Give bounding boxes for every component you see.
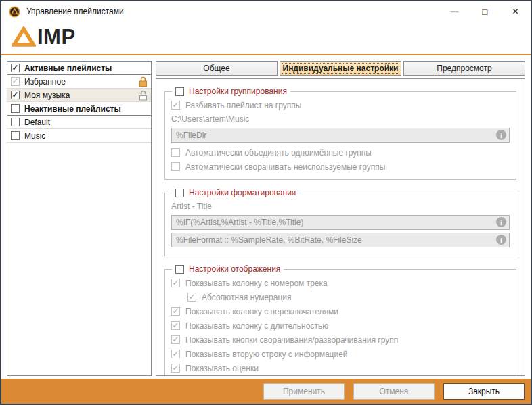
playlist-checkbox[interactable]: [11, 118, 20, 126]
group-checkbox[interactable]: [175, 265, 184, 274]
playlist-label: Моя музыка: [24, 91, 70, 100]
info-icon[interactable]: i: [496, 217, 506, 227]
main-area: ОбщееИндивидуальные настройкиПредпросмот…: [156, 61, 525, 376]
option-checkbox[interactable]: [171, 307, 180, 316]
apply-button[interactable]: Применить: [263, 383, 345, 400]
playlist-checkbox[interactable]: [11, 131, 20, 140]
playlist-checkbox[interactable]: [11, 91, 20, 99]
close-window-button[interactable]: ✕: [500, 1, 531, 22]
footer-bar: Применить Отмена Закрыть: [1, 379, 531, 404]
option-row: Автоматически сворачивать неиспользуемые…: [171, 160, 510, 174]
playlist-checkbox[interactable]: [11, 77, 20, 86]
group-box: Настройки форматированияArtist - Title%I…: [164, 188, 516, 256]
option-checkbox[interactable]: [171, 350, 180, 358]
playlist-label: Music: [24, 131, 45, 141]
playlist-checkbox[interactable]: [11, 64, 20, 72]
aimp-logo-text: IMP: [37, 25, 76, 49]
playlist-row[interactable]: Моя музыка: [7, 89, 151, 102]
playlist-label: Неактивные плейлисты: [24, 104, 121, 114]
option-checkbox[interactable]: [171, 162, 180, 171]
option-label: Показывать колонку с длительностью: [185, 321, 328, 331]
template-input[interactable]: %IF(%Artist,%Artist - %Title,%Title)i: [171, 215, 510, 230]
close-button[interactable]: Закрыть: [443, 383, 525, 400]
template-input-value: %FileFormat :: %SampleRate, %BitRate, %F…: [176, 235, 362, 245]
playlist-row[interactable]: Default: [7, 116, 151, 129]
option-checkbox[interactable]: [171, 148, 180, 157]
settings-panel: Настройки группированияРазбивать плейлис…: [156, 78, 525, 376]
option-row: Показывать оценки: [171, 361, 510, 375]
cancel-button[interactable]: Отмена: [353, 383, 435, 400]
option-checkbox[interactable]: [171, 321, 180, 330]
minimize-button[interactable]: —: [439, 1, 470, 22]
playlist-label: Активные плейлисты: [24, 64, 112, 73]
option-label: Автоматически объединять одноимённые гру…: [185, 148, 372, 158]
playlist-row[interactable]: Music: [7, 129, 151, 143]
option-label: Показывать колонку с номером трека: [185, 279, 328, 288]
window-title: Управление плейлистами: [26, 7, 439, 16]
group-box: Настройки отображенияПоказывать колонку …: [164, 264, 516, 376]
tab-bar: ОбщееИндивидуальные настройкиПредпросмот…: [156, 61, 525, 76]
option-label: Показывать вторую строку с информацией: [185, 350, 348, 359]
group-title: Настройки отображения: [189, 264, 280, 274]
playlist-row[interactable]: Избранное: [7, 75, 151, 89]
option-row: Разбивать плейлист на группы: [171, 98, 510, 112]
playlist-row[interactable]: Неактивные плейлисты: [7, 102, 151, 116]
option-label: Показывать кнопки сворачивания/разворачи…: [185, 335, 398, 345]
lock-open-icon: [139, 90, 148, 101]
group-title: Настройки форматирования: [189, 188, 296, 197]
playlist-checkbox[interactable]: [11, 104, 20, 113]
playlist-label: Default: [24, 118, 50, 127]
aimp-app-icon: [9, 6, 20, 18]
option-row: Показывать колонку с номером трека: [171, 276, 510, 290]
option-label: Автоматически сворачивать неиспользуемые…: [185, 162, 385, 172]
option-row: Абсолютная нумерация: [187, 290, 510, 304]
option-checkbox[interactable]: [187, 293, 196, 302]
aimp-triangle-icon: [12, 26, 36, 50]
group-legend: Настройки отображения: [172, 264, 284, 274]
group-title: Настройки группирования: [189, 87, 287, 96]
playlist-list: Активные плейлистыИзбранноеМоя музыкаНеа…: [7, 61, 152, 376]
template-input-value: %FileDir: [176, 130, 206, 140]
template-input[interactable]: %FileFormat :: %SampleRate, %BitRate, %F…: [171, 233, 510, 247]
dialog-content: Активные плейлистыИзбранноеМоя музыкаНеа…: [1, 55, 531, 379]
option-label: Абсолютная нумерация: [202, 293, 292, 302]
option-label: Показывать оценки: [185, 364, 259, 373]
playlist-manager-window: Управление плейлистами — □ ✕ IMP Активны…: [0, 0, 532, 405]
option-checkbox[interactable]: [171, 279, 180, 287]
info-icon[interactable]: i: [496, 235, 506, 245]
window-controls: — □ ✕: [439, 1, 531, 22]
maximize-button[interactable]: □: [470, 1, 500, 22]
template-input[interactable]: %FileDiri: [171, 128, 510, 143]
option-row: Автоматически объединять одноимённые гру…: [171, 145, 510, 160]
preview-text: Artist - Title: [171, 199, 510, 213]
lock-closed-icon: [139, 76, 148, 87]
tab-active[interactable]: Индивидуальные настройки: [280, 61, 401, 76]
option-row: Показывать колонку с длительностью: [171, 318, 510, 333]
group-legend: Настройки группирования: [172, 87, 290, 96]
template-input-value: %IF(%Artist,%Artist - %Title,%Title): [176, 218, 303, 227]
info-icon[interactable]: i: [496, 130, 506, 140]
option-row: Показывать вторую строку с информацией: [171, 347, 510, 361]
group-checkbox[interactable]: [175, 87, 184, 96]
group-box: Настройки группированияРазбивать плейлис…: [164, 87, 516, 180]
option-checkbox[interactable]: [171, 101, 180, 110]
option-checkbox[interactable]: [171, 335, 180, 344]
tab-inactive[interactable]: Предпросмотр: [403, 61, 525, 76]
option-checkbox[interactable]: [171, 364, 180, 373]
aimp-logo: IMP: [1, 22, 531, 54]
option-label: Показывать колонку с переключателями: [185, 307, 338, 316]
playlist-label: Избранное: [24, 77, 66, 87]
option-label: Разбивать плейлист на группы: [185, 101, 301, 110]
option-row: Показывать кнопки сворачивания/разворачи…: [171, 333, 510, 347]
titlebar: Управление плейлистами — □ ✕: [1, 1, 531, 22]
group-legend: Настройки форматирования: [172, 188, 299, 197]
tab-inactive[interactable]: Общее: [156, 61, 278, 76]
option-row: Показывать колонку с переключателями: [171, 304, 510, 318]
preview-text: C:\Users\artem\Music: [171, 112, 510, 126]
group-checkbox[interactable]: [175, 189, 184, 197]
playlist-row[interactable]: Активные плейлисты: [7, 62, 151, 75]
